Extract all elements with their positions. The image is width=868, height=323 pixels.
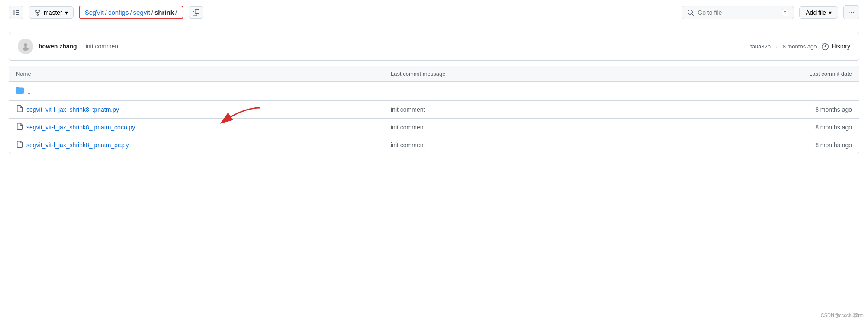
commit-author: bowen zhang — [39, 43, 77, 50]
table-row: .. — [9, 82, 859, 101]
add-file-button[interactable]: Add file ▾ — [799, 6, 838, 19]
branch-name: master — [44, 9, 62, 16]
file-icon — [16, 123, 23, 132]
file-commit-msg: init comment — [391, 124, 765, 131]
file-name-cell: .. — [16, 86, 391, 96]
commit-dot: · — [776, 43, 778, 50]
file-link[interactable]: segvit_vit-l_jax_shrink8_tpnatm.py — [26, 106, 119, 113]
header-name: Name — [16, 71, 391, 77]
more-options-button[interactable]: ··· — [843, 5, 859, 19]
svg-rect-3 — [16, 14, 19, 15]
file-commit-msg: init comment — [391, 142, 765, 149]
search-box[interactable]: t — [682, 6, 794, 19]
breadcrumb-configs[interactable]: configs — [108, 9, 129, 16]
file-date: 8 months ago — [765, 124, 852, 131]
commit-hash: fa0a32b — [750, 43, 771, 50]
file-date: 8 months ago — [765, 106, 852, 113]
branch-selector-button[interactable]: master ▾ — [29, 6, 74, 19]
top-bar: master ▾ SegVit / configs / segvit / shr… — [0, 0, 868, 25]
breadcrumb: SegVit / configs / segvit / shrink / — [79, 6, 183, 19]
file-date: 8 months ago — [765, 142, 852, 149]
breadcrumb-shrink: shrink — [154, 9, 174, 16]
file-name-cell: segvit_vit-l_jax_shrink8_tpnatm.py — [16, 105, 391, 114]
svg-rect-0 — [13, 10, 15, 15]
search-shortcut: t — [782, 9, 788, 16]
sidebar-toggle-button[interactable] — [9, 6, 23, 19]
breadcrumb-segvit2[interactable]: segvit — [133, 9, 150, 16]
avatar — [18, 39, 33, 54]
file-link[interactable]: segvit_vit-l_jax_shrink8_tpnatm_coco.py — [26, 124, 135, 131]
file-table-wrapper: Name Last commit message Last commit dat… — [0, 66, 868, 154]
commit-bar: bowen zhang init comment fa0a32b · 8 mon… — [9, 32, 859, 61]
file-table: Name Last commit message Last commit dat… — [9, 66, 859, 154]
commit-meta: fa0a32b · 8 months ago History — [750, 43, 850, 50]
table-row: segvit_vit-l_jax_shrink8_tpnatm.py init … — [9, 101, 859, 119]
table-row: segvit_vit-l_jax_shrink8_tpnatm_pc.py in… — [9, 136, 859, 154]
file-table-header: Name Last commit message Last commit dat… — [9, 66, 859, 82]
copy-path-button[interactable] — [189, 6, 203, 19]
search-input[interactable] — [698, 9, 778, 16]
file-icon — [16, 141, 23, 149]
header-commit-message: Last commit message — [391, 71, 765, 77]
file-icon — [16, 105, 23, 114]
file-commit-msg: init comment — [391, 106, 765, 113]
table-row: segvit_vit-l_jax_shrink8_tpnatm_coco.py … — [9, 119, 859, 136]
svg-point-4 — [24, 43, 27, 47]
commit-time: 8 months ago — [783, 43, 817, 50]
breadcrumb-segvit[interactable]: SegVit — [85, 9, 104, 16]
commit-message: init comment — [86, 43, 120, 50]
parent-dir-link[interactable]: .. — [27, 88, 31, 95]
svg-rect-1 — [16, 10, 19, 11]
header-commit-date: Last commit date — [765, 71, 852, 77]
branch-chevron: ▾ — [65, 9, 68, 16]
file-link[interactable]: segvit_vit-l_jax_shrink8_tpnatm_pc.py — [26, 142, 129, 149]
history-button[interactable]: History — [822, 43, 850, 50]
svg-rect-2 — [16, 12, 19, 13]
svg-point-5 — [23, 47, 29, 51]
file-name-cell: segvit_vit-l_jax_shrink8_tpnatm_pc.py — [16, 141, 391, 149]
folder-icon — [16, 86, 24, 96]
file-name-cell: segvit_vit-l_jax_shrink8_tpnatm_coco.py — [16, 123, 391, 132]
